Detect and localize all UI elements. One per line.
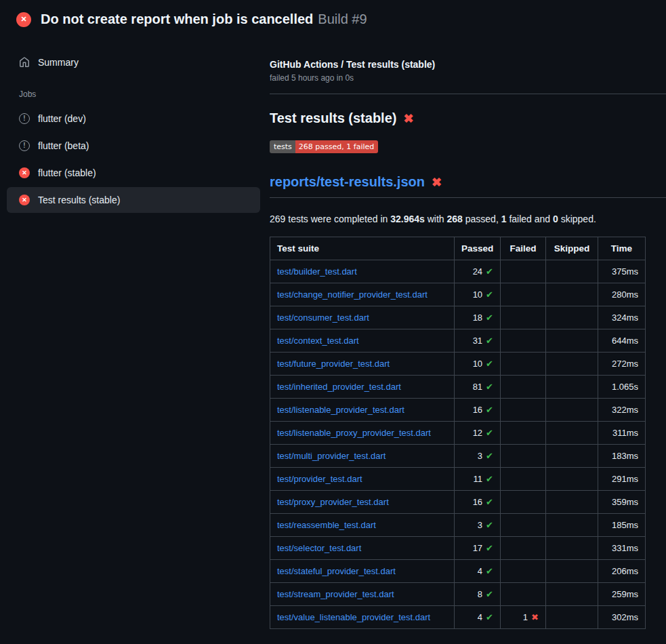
suite-cell: test/selector_test.dart [270,537,455,560]
table-row: test/future_provider_test.dart10✔272ms [270,353,646,376]
summary-failed-count: 1 [501,214,507,224]
skipped-cell [546,376,598,399]
passed-count: 31 [473,336,482,346]
summary-text: with [425,214,447,224]
table-row: test/stream_provider_test.dart8✔259ms [270,583,646,606]
main-content: GitHub Actions / Test results (stable) f… [270,34,666,629]
test-suite-link[interactable]: test/listenable_proxy_provider_test.dart [277,428,431,438]
suite-cell: test/value_listenable_provider_test.dart [270,606,455,629]
time-cell: 185ms [598,514,646,537]
passed-count: 81 [473,382,482,392]
summary-passed-count: 268 [447,214,463,224]
jobs-list: !flutter (dev)!flutter (beta)✕flutter (s… [7,106,260,213]
summary-duration: 32.964s [390,214,425,224]
test-suite-link[interactable]: test/proxy_provider_test.dart [277,497,389,507]
cross-icon: ✖ [531,612,539,622]
test-suite-link[interactable]: test/stream_provider_test.dart [277,589,394,599]
suite-cell: test/stream_provider_test.dart [270,583,455,606]
table-row: test/listenable_proxy_provider_test.dart… [270,422,646,445]
failed-cell [501,306,546,329]
suite-cell: test/change_notifier_provider_test.dart [270,283,455,306]
check-icon: ✔ [486,566,493,576]
failed-status-icon: ✕ [19,195,30,205]
skipped-cell [546,583,598,606]
jobs-section-label: Jobs [19,89,260,99]
time-cell: 291ms [598,468,646,491]
skipped-cell [546,283,598,306]
check-icon: ✔ [486,313,493,323]
check-icon: ✔ [486,428,493,438]
table-row: test/reassemble_test.dart3✔185ms [270,514,646,537]
passed-count: 3 [478,520,482,530]
time-cell: 280ms [598,283,646,306]
skipped-cell [546,422,598,445]
check-icon: ✔ [486,543,493,553]
summary-text: failed and [507,214,554,224]
cancelled-status-icon: ! [19,140,30,151]
passed-count: 8 [478,589,482,599]
test-suite-link[interactable]: test/multi_provider_test.dart [277,451,386,461]
passed-count: 18 [473,313,482,323]
failed-cell [501,260,546,283]
test-suite-link[interactable]: test/consumer_test.dart [277,313,369,323]
test-suite-link[interactable]: test/listenable_provider_test.dart [277,405,404,415]
time-cell: 183ms [598,445,646,468]
passed-cell: 4✔ [455,560,501,583]
table-row: test/proxy_provider_test.dart16✔359ms [270,491,646,514]
passed-count: 16 [473,405,482,415]
failed-cross-icon: ✖ [403,113,413,125]
test-suite-link[interactable]: test/provider_test.dart [277,474,362,484]
passed-cell: 12✔ [455,422,501,445]
test-suite-link[interactable]: test/builder_test.dart [277,266,357,277]
sidebar-item-job[interactable]: ✕flutter (stable) [7,160,260,186]
test-suite-link[interactable]: test/change_notifier_provider_test.dart [277,289,428,300]
sidebar-item-job[interactable]: !flutter (beta) [7,133,260,159]
time-cell: 359ms [598,491,646,514]
build-header: ✕ Do not create report when job is cance… [0,0,666,34]
report-link[interactable]: reports/test-results.json [270,174,425,190]
test-suite-link[interactable]: test/inherited_provider_test.dart [277,382,401,392]
skipped-cell [546,260,598,283]
test-suite-link[interactable]: test/future_provider_test.dart [277,359,390,369]
skipped-cell [546,445,598,468]
job-label: flutter (dev) [38,113,86,124]
test-suite-link[interactable]: test/value_listenable_provider_test.dart [277,612,430,622]
passed-cell: 10✔ [455,283,501,306]
page-title: Do not create report when job is cancell… [41,12,367,27]
check-icon: ✔ [486,612,493,622]
passed-cell: 3✔ [455,514,501,537]
test-results-table: Test suitePassedFailedSkippedTime test/b… [270,237,646,629]
suite-cell: test/stateful_provider_test.dart [270,560,455,583]
table-row: test/builder_test.dart24✔375ms [270,260,646,283]
sidebar-item-summary[interactable]: Summary [7,50,260,75]
skipped-cell [546,560,598,583]
suite-cell: test/inherited_provider_test.dart [270,376,455,399]
build-title: Do not create report when job is cancell… [41,12,313,26]
suite-cell: test/provider_test.dart [270,468,455,491]
report-failed-cross-icon: ✖ [432,176,442,188]
time-cell: 644ms [598,329,646,353]
report-heading: reports/test-results.json ✖ [270,174,666,198]
sidebar-item-job[interactable]: !flutter (dev) [7,106,260,132]
test-suite-link[interactable]: test/reassemble_test.dart [277,520,376,530]
test-suite-link[interactable]: test/selector_test.dart [277,543,361,553]
table-row: test/selector_test.dart17✔331ms [270,537,646,560]
passed-count: 10 [473,289,482,300]
time-cell: 259ms [598,583,646,606]
failed-cell [501,514,546,537]
test-suite-link[interactable]: test/context_test.dart [277,336,359,346]
suite-cell: test/reassemble_test.dart [270,514,455,537]
failed-cell [501,560,546,583]
home-icon [19,57,30,68]
check-icon: ✔ [486,497,493,507]
sidebar-item-job[interactable]: ✕Test results (stable) [7,187,260,213]
passed-cell: 16✔ [455,399,501,422]
passed-cell: 31✔ [455,329,501,353]
status-line: failed 5 hours ago in 0s [270,73,666,83]
failed-cell [501,283,546,306]
results-summary: 269 tests were completed in 32.964s with… [270,214,666,224]
column-header-skipped: Skipped [546,237,598,260]
passed-cell: 11✔ [455,468,501,491]
test-suite-link[interactable]: test/stateful_provider_test.dart [277,566,396,576]
passed-count: 11 [474,474,483,484]
